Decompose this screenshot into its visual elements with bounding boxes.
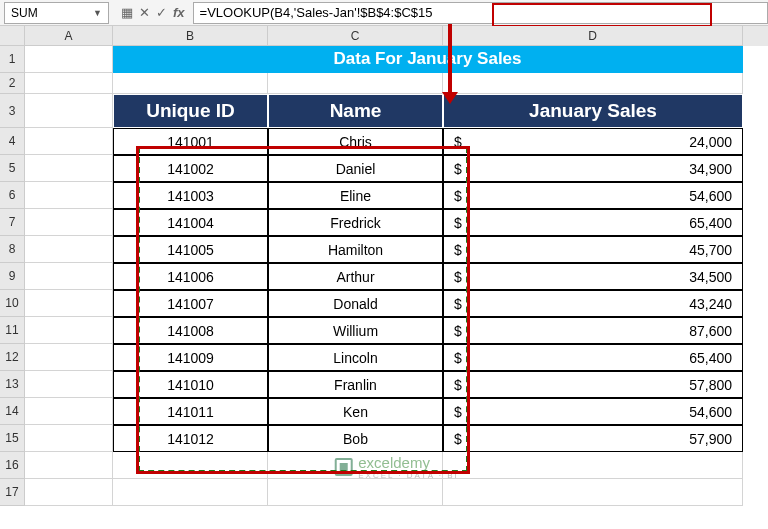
banner-title[interactable]: Data For January Sales xyxy=(113,46,743,73)
row-header-9[interactable]: 9 xyxy=(0,263,25,290)
cell-A6[interactable] xyxy=(25,182,113,209)
row-header-7[interactable]: 7 xyxy=(0,209,25,236)
cell-id[interactable]: 141012 xyxy=(113,425,268,452)
cell-A4[interactable] xyxy=(25,128,113,155)
fx-icon[interactable]: fx xyxy=(173,5,185,20)
cell-sales[interactable]: $87,600 xyxy=(443,317,743,344)
cell-A13[interactable] xyxy=(25,371,113,398)
cell-name[interactable]: Willium xyxy=(268,317,443,344)
enter-icon[interactable]: ✓ xyxy=(156,5,167,20)
cell-B16[interactable] xyxy=(113,452,268,479)
header-january-sales[interactable]: January Sales xyxy=(443,94,743,128)
row-header-8[interactable]: 8 xyxy=(0,236,25,263)
row-header-11[interactable]: 11 xyxy=(0,317,25,344)
cell-A9[interactable] xyxy=(25,263,113,290)
cells-area[interactable]: Data For January Sales Unique ID Name Ja… xyxy=(25,46,768,506)
cell-sales[interactable]: $54,600 xyxy=(443,398,743,425)
range-selector-icon[interactable]: ▦ xyxy=(121,5,133,20)
cell-A1[interactable] xyxy=(25,46,113,73)
row-header-13[interactable]: 13 xyxy=(0,371,25,398)
cell-name[interactable]: Chris xyxy=(268,128,443,155)
cell-A2[interactable] xyxy=(25,73,113,94)
cell-A17[interactable] xyxy=(25,479,113,506)
cell-name[interactable]: Hamilton xyxy=(268,236,443,263)
chevron-down-icon[interactable]: ▼ xyxy=(93,8,102,18)
row-header-2[interactable]: 2 xyxy=(0,73,25,94)
cell-A7[interactable] xyxy=(25,209,113,236)
formula-range: 'Sales-Jan'!$B$4:$C$15 xyxy=(294,5,433,20)
cell-id[interactable]: 141003 xyxy=(113,182,268,209)
cell-id[interactable]: 141004 xyxy=(113,209,268,236)
select-all-corner[interactable] xyxy=(0,26,25,46)
cell-name[interactable]: Bob xyxy=(268,425,443,452)
cell-sales[interactable]: $57,800 xyxy=(443,371,743,398)
cell-A16[interactable] xyxy=(25,452,113,479)
cell-C16[interactable] xyxy=(268,452,443,479)
column-header-C[interactable]: C xyxy=(268,26,443,46)
cell-id[interactable]: 141011 xyxy=(113,398,268,425)
sales-amount: 45,700 xyxy=(689,242,732,258)
cell-A5[interactable] xyxy=(25,155,113,182)
cell-name[interactable]: Arthur xyxy=(268,263,443,290)
row-header-4[interactable]: 4 xyxy=(0,128,25,155)
cell-id[interactable]: 141002 xyxy=(113,155,268,182)
row-header-15[interactable]: 15 xyxy=(0,425,25,452)
currency-symbol: $ xyxy=(454,323,462,339)
cell-sales[interactable]: $34,900 xyxy=(443,155,743,182)
cell-D2[interactable] xyxy=(443,73,743,94)
row-header-16[interactable]: 16 xyxy=(0,452,25,479)
row-header-5[interactable]: 5 xyxy=(0,155,25,182)
cell-id[interactable]: 141007 xyxy=(113,290,268,317)
cell-sales[interactable]: $65,400 xyxy=(443,344,743,371)
column-header-A[interactable]: A xyxy=(25,26,113,46)
cell-A11[interactable] xyxy=(25,317,113,344)
row-header-12[interactable]: 12 xyxy=(0,344,25,371)
cell-A12[interactable] xyxy=(25,344,113,371)
header-unique-id[interactable]: Unique ID xyxy=(113,94,268,128)
row-header-14[interactable]: 14 xyxy=(0,398,25,425)
cancel-icon[interactable]: ✕ xyxy=(139,5,150,20)
cell-name[interactable]: Daniel xyxy=(268,155,443,182)
cell-C2[interactable] xyxy=(268,73,443,94)
column-header-B[interactable]: B xyxy=(113,26,268,46)
cell-id[interactable]: 141006 xyxy=(113,263,268,290)
row-2 xyxy=(25,73,768,94)
cell-name[interactable]: Ken xyxy=(268,398,443,425)
cell-sales[interactable]: $45,700 xyxy=(443,236,743,263)
cell-id[interactable]: 141009 xyxy=(113,344,268,371)
row-header-6[interactable]: 6 xyxy=(0,182,25,209)
cell-sales[interactable]: $65,400 xyxy=(443,209,743,236)
cell-A8[interactable] xyxy=(25,236,113,263)
header-name[interactable]: Name xyxy=(268,94,443,128)
cell-id[interactable]: 141010 xyxy=(113,371,268,398)
row-header-1[interactable]: 1 xyxy=(0,46,25,73)
column-header-D[interactable]: D xyxy=(443,26,743,46)
cell-A3[interactable] xyxy=(25,94,113,128)
row-header-10[interactable]: 10 xyxy=(0,290,25,317)
cell-name[interactable]: Eline xyxy=(268,182,443,209)
cell-name[interactable]: Lincoln xyxy=(268,344,443,371)
row-header-3[interactable]: 3 xyxy=(0,94,25,128)
cell-A10[interactable] xyxy=(25,290,113,317)
row-header-17[interactable]: 17 xyxy=(0,479,25,506)
name-box[interactable]: SUM ▼ xyxy=(4,2,109,24)
cell-name[interactable]: Franlin xyxy=(268,371,443,398)
cell-D16[interactable] xyxy=(443,452,743,479)
cell-C17[interactable] xyxy=(268,479,443,506)
cell-sales[interactable]: $43,240 xyxy=(443,290,743,317)
cell-id[interactable]: 141005 xyxy=(113,236,268,263)
cell-A15[interactable] xyxy=(25,425,113,452)
cell-A14[interactable] xyxy=(25,398,113,425)
cell-B2[interactable] xyxy=(113,73,268,94)
cell-B17[interactable] xyxy=(113,479,268,506)
cell-name[interactable]: Fredrick xyxy=(268,209,443,236)
cell-sales[interactable]: $24,000 xyxy=(443,128,743,155)
cell-sales[interactable]: $57,900 xyxy=(443,425,743,452)
cell-D17[interactable] xyxy=(443,479,743,506)
formula-input[interactable]: =VLOOKUP(B4,'Sales-Jan'!$B$4:$C$15 xyxy=(193,2,768,24)
cell-sales[interactable]: $34,500 xyxy=(443,263,743,290)
cell-id[interactable]: 141001 xyxy=(113,128,268,155)
cell-sales[interactable]: $54,600 xyxy=(443,182,743,209)
cell-name[interactable]: Donald xyxy=(268,290,443,317)
cell-id[interactable]: 141008 xyxy=(113,317,268,344)
